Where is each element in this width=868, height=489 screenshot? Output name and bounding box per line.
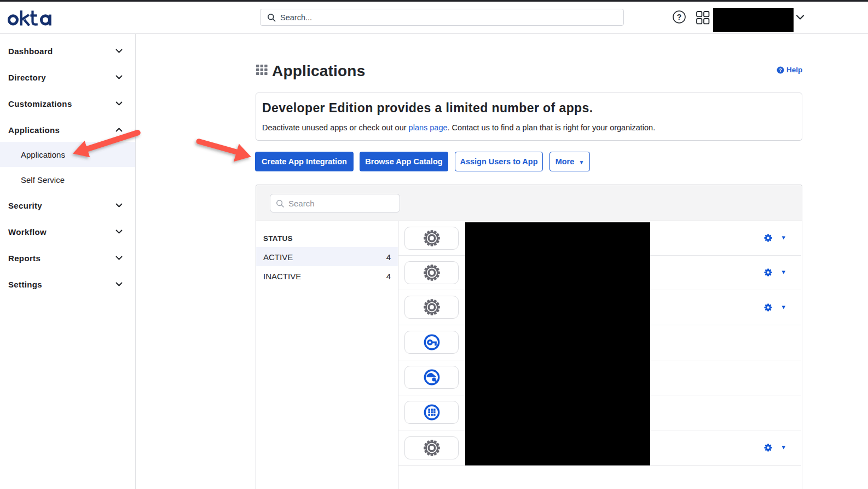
svg-text:?: ?: [779, 67, 782, 73]
svg-text:?: ?: [677, 13, 682, 21]
